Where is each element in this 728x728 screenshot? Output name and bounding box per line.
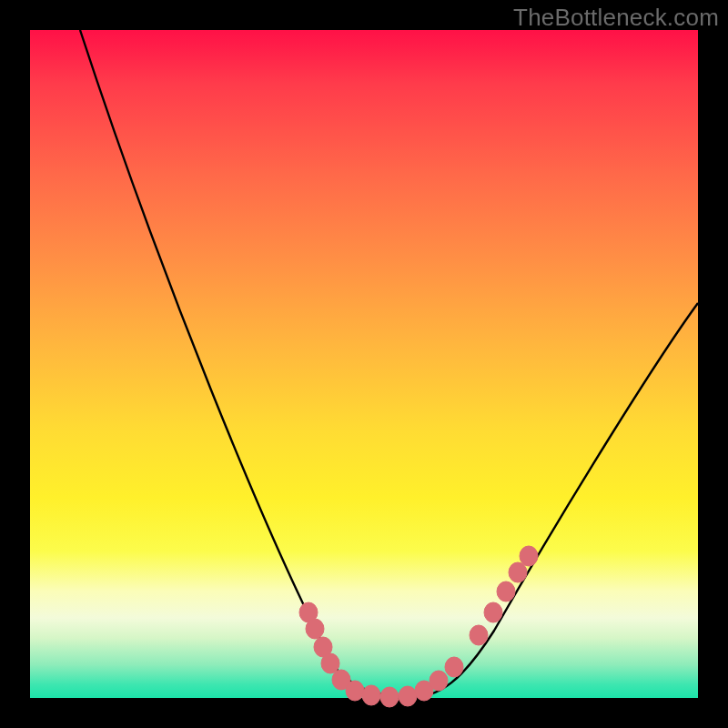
bead-marker	[509, 562, 527, 582]
watermark-text: TheBottleneck.com	[513, 4, 719, 32]
outer-frame: TheBottleneck.com	[0, 0, 728, 728]
chart-svg	[30, 30, 698, 698]
bead-marker	[497, 581, 515, 602]
bead-marker	[445, 657, 463, 677]
beads-group	[299, 546, 538, 707]
bead-marker	[470, 625, 488, 645]
bead-marker	[520, 546, 538, 566]
v-curve	[80, 30, 698, 697]
bead-marker	[430, 671, 448, 691]
plot-area	[30, 30, 698, 698]
bead-marker	[380, 687, 399, 707]
bead-marker	[306, 619, 324, 639]
bead-marker	[484, 602, 502, 622]
bead-marker	[362, 685, 380, 705]
bead-marker	[346, 681, 364, 701]
bead-marker	[321, 653, 339, 673]
bead-marker	[399, 686, 417, 706]
